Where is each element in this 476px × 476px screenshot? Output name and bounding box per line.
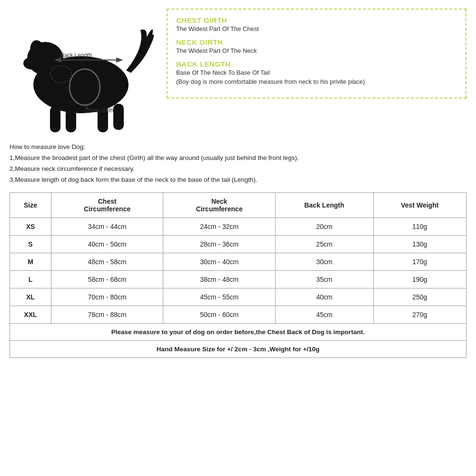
table-cell: XS: [10, 218, 51, 235]
table-cell: 110g: [373, 218, 466, 235]
svg-rect-4: [50, 106, 60, 132]
top-section: Back Length Chest Girth CHEST GIRTH The …: [10, 9, 466, 137]
table-cell: 24cm - 32cm: [163, 218, 275, 235]
table-hand-note-row: Hand Measure Size for +/ 2cm - 3cm ,Weig…: [10, 340, 466, 357]
svg-rect-5: [66, 109, 76, 132]
table-cell: XXL: [10, 306, 51, 323]
table-row: XL70cm - 80cm45cm - 55cm40cm250g: [10, 288, 466, 306]
table-row: M48cm - 58cm30cm - 40cm30cm170g: [10, 253, 466, 270]
col-header-vest: Vest Weight: [373, 192, 466, 218]
table-row: XS34cm - 44cm24cm - 32cm20cm110g: [10, 218, 466, 235]
back-length-desc: Base Of The Neck To Base Of Tail: [176, 69, 457, 76]
table-cell: S: [10, 235, 51, 253]
dog-area: Back Length Chest Girth: [10, 9, 162, 137]
col-header-chest: ChestCircumference: [51, 192, 163, 218]
neck-girth-title: NECK GIRTH: [176, 38, 457, 46]
table-row: L58cm - 68cm38cm - 48cm35cm190g: [10, 270, 466, 288]
table-note2: Hand Measure Size for +/ 2cm - 3cm ,Weig…: [10, 340, 466, 357]
size-table: Size ChestCircumference NeckCircumferenc…: [10, 192, 466, 358]
svg-text:Back Length: Back Length: [60, 52, 92, 59]
table-cell: 25cm: [275, 235, 373, 253]
table-row: XXL78cm - 88cm50cm - 60cm45cm270g: [10, 306, 466, 323]
table-cell: 38cm - 48cm: [163, 270, 275, 288]
instruction-step3: 3,Measure length of dog back form the ba…: [10, 175, 466, 186]
table-cell: 34cm - 44cm: [51, 218, 163, 235]
dog-illustration: Back Length Chest Girth: [14, 9, 157, 137]
legend-box: CHEST GIRTH The Widest Part Of The Chest…: [167, 9, 466, 99]
table-cell: 40cm: [275, 288, 373, 306]
table-cell: 190g: [373, 270, 466, 288]
table-cell: 70cm - 80cm: [51, 288, 163, 306]
col-header-neck: NeckCircumference: [163, 192, 275, 218]
table-cell: 78cm - 88cm: [51, 306, 163, 323]
table-cell: 35cm: [275, 270, 373, 288]
table-cell: 48cm - 58cm: [51, 253, 163, 270]
table-cell: 30cm: [275, 253, 373, 270]
table-note1: Please measure to your of dog on order b…: [10, 323, 466, 340]
instruction-intro: How to measure love Dog:: [10, 142, 466, 153]
col-header-size: Size: [10, 192, 51, 218]
table-cell: 50cm - 60cm: [163, 306, 275, 323]
table-cell: 30cm - 40cm: [163, 253, 275, 270]
table-cell: 45cm: [275, 306, 373, 323]
table-note-row: Please measure to your of dog on order b…: [10, 323, 466, 340]
instruction-step2: 2,Measure neck circumference if necessar…: [10, 164, 466, 175]
table-cell: L: [10, 270, 51, 288]
table-cell: 28cm - 36cm: [163, 235, 275, 253]
svg-point-3: [23, 57, 40, 69]
table-cell: 170g: [373, 253, 466, 270]
table-cell: 40cm - 50cm: [51, 235, 163, 253]
table-cell: XL: [10, 288, 51, 306]
table-cell: 270g: [373, 306, 466, 323]
table-cell: 20cm: [275, 218, 373, 235]
chest-girth-desc: The Widest Part Of The Chest: [176, 25, 457, 32]
page: Back Length Chest Girth CHEST GIRTH The …: [0, 0, 476, 476]
instructions: How to measure love Dog: 1,Measure the b…: [10, 142, 466, 186]
table-row: S40cm - 50cm28cm - 36cm25cm130g: [10, 235, 466, 253]
col-header-back: Back Length: [275, 192, 373, 218]
table-cell: 130g: [373, 235, 466, 253]
back-length-title: BACK LENGTH: [176, 60, 457, 68]
instruction-step1: 1,Measure the broadest part of the chest…: [10, 153, 466, 164]
svg-text:Chest Girth: Chest Girth: [85, 107, 114, 114]
table-cell: 250g: [373, 288, 466, 306]
chest-girth-title: CHEST GIRTH: [176, 16, 457, 24]
back-length-note: (Boy dog is more comfortable measure fro…: [176, 78, 457, 85]
neck-girth-desc: The Widest Part Of The Neck: [176, 47, 457, 54]
table-cell: M: [10, 253, 51, 270]
svg-rect-7: [113, 104, 124, 130]
table-cell: 45cm - 55cm: [163, 288, 275, 306]
table-cell: 58cm - 68cm: [51, 270, 163, 288]
